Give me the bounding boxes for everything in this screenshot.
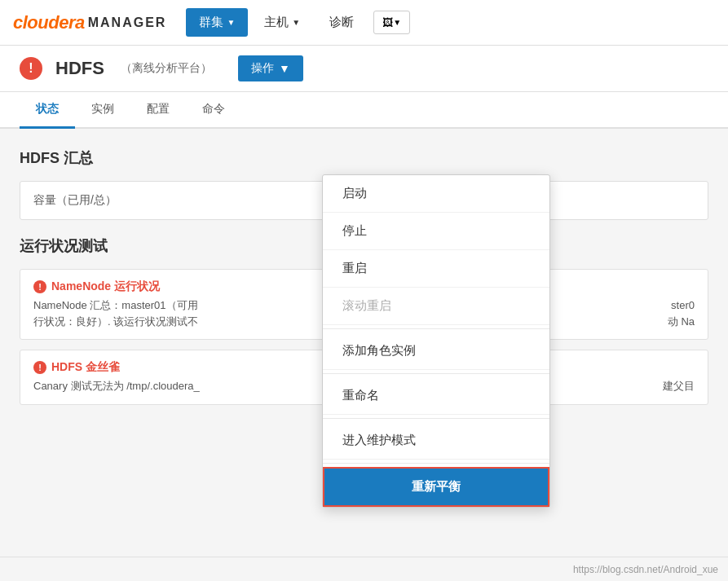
tabs-bar: 状态 实例 配置 命令 [0, 92, 728, 129]
dropdown-item-rename[interactable]: 重命名 [323, 377, 549, 415]
watermark-text: https://blog.csdn.net/Android_xue [573, 564, 718, 575]
nav-hosts-arrow: ▼ [292, 18, 300, 27]
health-canary-suffix1: 建父目 [663, 378, 695, 394]
health-namenode-suffix1: ster0 [671, 297, 695, 314]
navbar: cloudera MANAGER 群集 ▼ 主机 ▼ 诊断 🖼 ▼ [0, 0, 728, 46]
tab-config[interactable]: 配置 [130, 92, 186, 129]
image-icon-button[interactable]: 🖼 ▼ [373, 11, 410, 34]
dropdown-item-start[interactable]: 启动 [323, 175, 549, 213]
dropdown-item-rebalance[interactable]: 重新平衡 [323, 467, 549, 507]
health-error-icon-1: ! [33, 280, 46, 293]
image-btn-arrow: ▼ [393, 18, 401, 27]
nav-item-cluster[interactable]: 群集 ▼ [186, 8, 248, 37]
health-error-icon-2: ! [33, 361, 46, 374]
dropdown-item-maintenance[interactable]: 进入维护模式 [323, 422, 549, 460]
health-namenode-link[interactable]: NameNode 运行状况 [51, 279, 160, 294]
actions-label: 操作 [251, 61, 274, 76]
dropdown-divider-3 [323, 418, 549, 419]
capacity-label: 容量（已用/总） [33, 193, 117, 206]
health-canary-link[interactable]: HDFS 金丝雀 [51, 360, 120, 375]
bottom-bar: https://blog.csdn.net/Android_xue [0, 557, 728, 581]
page-header: ! HDFS （离线分析平台） 操作 ▼ [0, 46, 728, 92]
service-error-icon: ! [20, 57, 42, 80]
nav-cluster-arrow: ▼ [227, 18, 235, 27]
dropdown-divider-2 [323, 373, 549, 374]
actions-arrow: ▼ [279, 62, 290, 75]
dropdown-divider-4 [323, 463, 549, 464]
main-content: HDFS 汇总 容量（已用/总） 运行状况测试 ! NameNode 运行状况 … [0, 129, 728, 434]
dropdown-item-add-role[interactable]: 添加角色实例 [323, 332, 549, 370]
service-subtitle: （离线分析平台） [121, 61, 212, 76]
brand-cloudera-text: cloudera [13, 12, 85, 33]
brand: cloudera MANAGER [13, 12, 166, 33]
tab-instances[interactable]: 实例 [75, 92, 130, 129]
health-canary-desc1: Canary 测试无法为 /tmp/.cloudera_ [33, 378, 200, 394]
dropdown-item-rolling-restart: 滚动重启 [323, 288, 549, 325]
tab-status[interactable]: 状态 [20, 92, 75, 129]
summary-title: HDFS 汇总 [20, 148, 708, 168]
actions-button[interactable]: 操作 ▼ [238, 55, 303, 81]
image-icon: 🖼 [382, 16, 393, 29]
nav-items: 群集 ▼ 主机 ▼ 诊断 [186, 8, 367, 37]
nav-item-diagnostics[interactable]: 诊断 [316, 8, 367, 37]
dropdown-item-restart[interactable]: 重启 [323, 250, 549, 288]
dropdown-item-stop[interactable]: 停止 [323, 213, 549, 250]
health-namenode-suffix2: 动 Na [668, 314, 695, 330]
brand-manager-text: MANAGER [88, 15, 167, 30]
actions-dropdown-menu: 启动 停止 重启 滚动重启 添加角色实例 重命名 进入维护模式 重新平衡 [322, 174, 550, 508]
nav-item-hosts[interactable]: 主机 ▼ [251, 8, 313, 37]
service-title: HDFS [55, 58, 104, 79]
health-namenode-desc1: NameNode 汇总：master01（可用 [33, 297, 198, 314]
dropdown-divider-1 [323, 328, 549, 329]
health-namenode-desc2: 行状况：良好）. 该运行状况测试不 [33, 314, 198, 330]
nav-cluster-label: 群集 [199, 15, 223, 30]
tab-commands[interactable]: 命令 [186, 92, 241, 129]
nav-diag-label: 诊断 [329, 15, 354, 30]
nav-hosts-label: 主机 [264, 15, 289, 30]
